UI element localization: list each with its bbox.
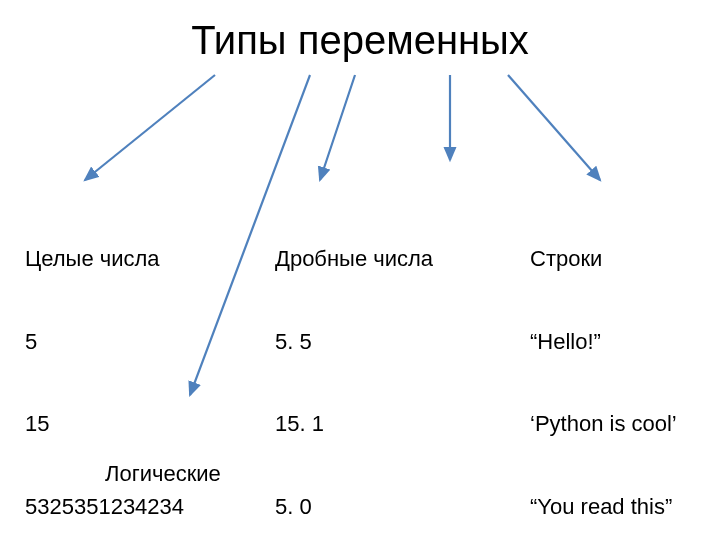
floats-line-1: 5. 5 (275, 328, 433, 356)
strings-heading: Строки (530, 245, 685, 273)
booleans-heading: Логические (105, 460, 262, 488)
slide-title: Типы переменных (0, 18, 720, 63)
floats-block: Дробные числа 5. 5 15. 1 5. 0 (275, 190, 433, 540)
arrow-to-strings (508, 75, 600, 180)
strings-line-1: “Hello!” (530, 328, 685, 356)
integers-line-1: 5 (25, 328, 184, 356)
booleans-block: Логические - True (правда) - False (ложь… (105, 405, 262, 540)
floats-line-3: 5. 0 (275, 493, 433, 521)
arrow-to-floats-1 (320, 75, 355, 180)
strings-line-2: ‘Python is cool’ (530, 410, 685, 438)
strings-block: Строки “Hello!” ‘Python is cool’ “You re… (530, 190, 685, 540)
floats-line-2: 15. 1 (275, 410, 433, 438)
arrow-to-integers (85, 75, 215, 180)
integers-heading: Целые числа (25, 245, 184, 273)
slide: Типы переменных Целые числа 5 15 5325351… (0, 0, 720, 540)
strings-line-3: “You read this” (530, 493, 685, 521)
floats-heading: Дробные числа (275, 245, 433, 273)
